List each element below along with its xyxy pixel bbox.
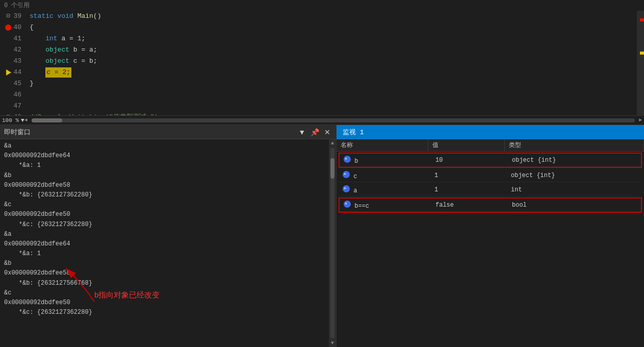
immediate-window-controls: ▼ 📌 ✕ — [297, 128, 332, 136]
watch-row-c[interactable]: c 1 object {int} — [339, 169, 642, 182]
immediate-window: 即时窗口 ▼ 📌 ✕ &a 0x00000092dbdfee64 *&a: 1 … — [0, 125, 337, 347]
watch-col-value: 值 — [428, 139, 505, 151]
watch-col-type: 类型 — [505, 139, 644, 151]
watch-row-beqc[interactable]: b==c false bool — [340, 199, 641, 212]
immediate-scroll-up[interactable]: ▲ — [330, 139, 335, 147]
watch-cell-a-name: a — [339, 184, 430, 196]
annotation-label: b指向对象已经改变 — [94, 290, 160, 299]
line-41: 41 — [4, 33, 21, 44]
zoom-level: 100 % — [2, 117, 19, 123]
watch-cell-a-value: 1 — [430, 185, 507, 195]
ref-count: 0 个引用 — [0, 0, 644, 11]
code-text-area[interactable]: static void Main() { int a = 1; object b… — [25, 11, 637, 115]
watch-window: 监视 1 名称 值 类型 b — [337, 125, 644, 347]
code-line-43: object c = b; — [30, 56, 637, 67]
warning-indicator — [640, 52, 644, 55]
watch-cell-a-type: int — [507, 185, 642, 195]
code-editor: 0 个引用 ⊟ 39 40 41 42 43 — [0, 0, 644, 125]
code-line-40: { — [30, 22, 637, 33]
immediate-window-header: 即时窗口 ▼ 📌 ✕ — [0, 125, 336, 139]
watch-cell-c-type: object {int} — [507, 170, 642, 181]
watch-cell-beqc-type: bool — [508, 200, 641, 210]
immediate-scroll-track[interactable] — [330, 148, 334, 338]
watch-cell-b-type: object {int} — [508, 155, 641, 165]
watch-icon-a — [343, 185, 350, 192]
watch-rows-container: b 10 object {int} c 1 object {i — [337, 152, 644, 214]
zoom-control[interactable]: 100 % ▼ — [2, 117, 24, 123]
immediate-scroll-thumb[interactable] — [330, 158, 334, 179]
code-line-48: //Console.WriteLine("值类型测试."); — [30, 112, 637, 115]
line-43: 43 — [4, 56, 21, 67]
current-line-arrow — [6, 69, 11, 76]
immediate-window-title: 即时窗口 — [4, 128, 31, 137]
immediate-close-btn[interactable]: ✕ — [323, 128, 332, 136]
watch-row-a[interactable]: a 1 int — [339, 183, 642, 196]
highlighted-code: c = 2; — [45, 67, 71, 78]
watch-window-title: 监视 1 — [343, 128, 364, 137]
code-line-41: int a = 1; — [30, 33, 637, 44]
code-line-46 — [30, 89, 637, 101]
code-line-44: c = 2; — [30, 67, 637, 78]
watch-row-b-box: b 10 object {int} — [339, 153, 642, 168]
line-40: 40 — [4, 22, 21, 33]
line-39: ⊟ 39 — [4, 11, 21, 22]
watch-cell-beqc-name: b==c — [340, 199, 431, 211]
code-content: ⊟ 39 40 41 42 43 44 — [0, 11, 644, 115]
editor-scrollbar: 100 % ▼ ◄ ► — [0, 115, 644, 125]
watch-cell-c-name: c — [339, 169, 430, 182]
breakpoint-indicator[interactable] — [5, 24, 11, 31]
annotation-group: b指向对象已经改变 — [79, 286, 144, 299]
watch-cell-b-value: 10 — [431, 155, 508, 165]
annotation-arrow-svg — [64, 266, 125, 307]
line-45: 45 — [4, 78, 21, 89]
immediate-dropdown-btn[interactable]: ▼ — [297, 128, 307, 136]
line-numbers-gutter: ⊟ 39 40 41 42 43 44 — [0, 11, 25, 115]
scroll-right-arrow[interactable]: ► — [639, 117, 642, 123]
line-44: 44 — [4, 67, 21, 78]
zoom-dropdown-icon[interactable]: ▼ — [21, 117, 24, 123]
collapse-icon-39[interactable]: ⊟ — [7, 11, 11, 21]
immediate-pin-btn[interactable]: 📌 — [309, 128, 321, 136]
line-48: ⊟ 48 — [4, 112, 21, 115]
watch-cell-beqc-value: false — [431, 200, 508, 210]
watch-cell-c-value: 1 — [430, 170, 507, 181]
watch-window-header: 监视 1 — [337, 125, 644, 139]
watch-row-b[interactable]: b 10 object {int} — [340, 154, 641, 167]
watch-icon-c — [343, 171, 350, 178]
watch-col-name: 名称 — [337, 139, 428, 151]
h-scroll-thumb[interactable] — [32, 118, 62, 122]
watch-column-headers: 名称 值 类型 — [337, 139, 644, 152]
bottom-panels: 即时窗口 ▼ 📌 ✕ &a 0x00000092dbdfee64 *&a: 1 … — [0, 125, 644, 347]
code-line-45: } — [30, 78, 637, 89]
line-46: 46 — [4, 89, 21, 101]
watch-cell-b-name: b — [340, 154, 431, 166]
immediate-content-wrapper: &a 0x00000092dbdfee64 *&a: 1 &b 0x000000… — [0, 139, 336, 347]
app-container: 0 个引用 ⊟ 39 40 41 42 43 — [0, 0, 644, 347]
immediate-text-content: &a 0x00000092dbdfee64 *&a: 1 &b 0x000000… — [4, 141, 325, 317]
h-scroll-track[interactable] — [32, 118, 635, 122]
scroll-left-arrow[interactable]: ◄ — [24, 117, 28, 123]
immediate-scroll-down[interactable]: ▼ — [330, 339, 335, 347]
immediate-content[interactable]: &a 0x00000092dbdfee64 *&a: 1 &b 0x000000… — [0, 139, 329, 347]
line-47: 47 — [4, 101, 21, 112]
editor-right-scrollbar[interactable] — [637, 11, 644, 115]
watch-icon-b — [344, 156, 351, 163]
line-42: 42 — [4, 44, 21, 56]
immediate-scrollbar[interactable]: ▲ ▼ — [329, 139, 336, 347]
code-line-47 — [30, 101, 637, 112]
code-line-39: static void Main() — [30, 11, 637, 22]
watch-row-beqc-box: b==c false bool — [339, 197, 642, 213]
watch-icon-beqc — [344, 201, 351, 208]
error-indicator — [640, 18, 644, 21]
watch-table: 名称 值 类型 b 10 object {int} — [337, 139, 644, 347]
code-line-42: object b = a; — [30, 44, 637, 56]
